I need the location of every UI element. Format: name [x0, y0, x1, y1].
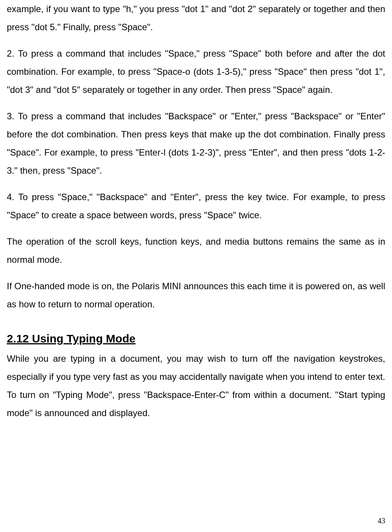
document-content: example, if you want to type "h," you pr…: [7, 0, 385, 422]
section-paragraph: While you are typing in a document, you …: [7, 350, 385, 422]
section-heading: 2.12 Using Typing Mode: [7, 332, 385, 345]
paragraph-3: 3. To press a command that includes "Bac…: [7, 107, 385, 180]
paragraph-5: The operation of the scroll keys, functi…: [7, 233, 385, 269]
paragraph-6: If One-handed mode is on, the Polaris MI…: [7, 277, 385, 313]
paragraph-4: 4. To press "Space," "Backspace" and "En…: [7, 188, 385, 224]
paragraph-1: example, if you want to type "h," you pr…: [7, 0, 385, 36]
paragraph-2: 2. To press a command that includes "Spa…: [7, 45, 385, 99]
page-number: 43: [378, 517, 385, 525]
